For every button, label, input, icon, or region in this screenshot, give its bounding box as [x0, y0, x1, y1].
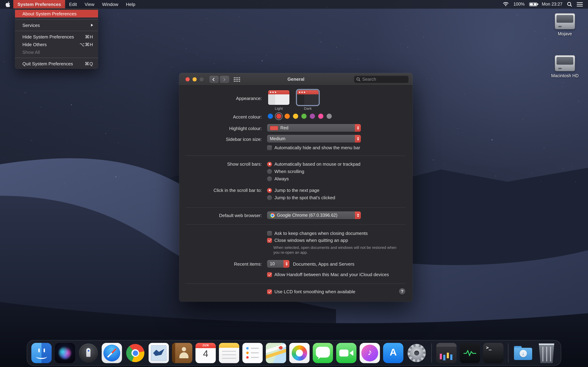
- dock-siri-icon[interactable]: [55, 343, 75, 363]
- menu-item-shortcut: ⌥⌘H: [79, 42, 93, 47]
- appearance-dark-label: Dark: [297, 106, 319, 110]
- submenu-arrow-icon: [91, 24, 93, 26]
- checkbox-control: [267, 289, 272, 294]
- search-input[interactable]: [362, 77, 406, 82]
- accent-color-yellow[interactable]: [293, 114, 298, 119]
- checkbox-ask-keep-changes[interactable]: Ask to keep changes when closing documen…: [267, 230, 368, 236]
- accent-color-green[interactable]: [301, 114, 307, 119]
- select-arrows-icon: [284, 260, 289, 268]
- default-browser-select[interactable]: Google Chrome (67.0.3396.62): [267, 211, 361, 219]
- preferences-window: General Appearance: Light Dark Accent co…: [179, 73, 413, 302]
- menu-help[interactable]: Help: [122, 0, 139, 8]
- divider: [186, 156, 406, 156]
- dock-facetime-icon[interactable]: [336, 343, 356, 363]
- dock-monitor-app-icon[interactable]: [460, 343, 480, 363]
- dock-messages-icon[interactable]: [313, 343, 333, 363]
- menu-view[interactable]: View: [81, 0, 98, 8]
- checkbox-label: Ask to keep changes when closing documen…: [274, 231, 368, 236]
- appearance-label: Appearance:: [179, 95, 262, 101]
- menu-item-label: Hide Others: [22, 42, 47, 47]
- dock-finder-icon[interactable]: [31, 343, 52, 363]
- battery-icon[interactable]: [529, 2, 537, 6]
- dock-maps-icon[interactable]: [266, 343, 286, 363]
- dock-terminal-icon[interactable]: >_: [483, 343, 503, 363]
- highlight-colour-label: Highlight colour:: [179, 125, 262, 131]
- appearance-option-dark[interactable]: [297, 90, 319, 105]
- menu-item-shortcut: ⌘H: [85, 34, 93, 39]
- select-arrows-icon: [355, 135, 361, 143]
- accent-color-pink[interactable]: [318, 114, 323, 119]
- recent-items-select[interactable]: 10: [267, 260, 289, 268]
- dock-launchpad-icon[interactable]: [78, 343, 98, 363]
- highlight-colour-select[interactable]: Red: [267, 124, 361, 132]
- menu-item-hide-app[interactable]: Hide System Preferences⌘H: [15, 33, 98, 41]
- notification-center-icon[interactable]: [577, 2, 583, 7]
- show-scroll-bars-label: Show scroll bars:: [179, 161, 262, 167]
- dock-safari-icon[interactable]: [102, 343, 122, 363]
- dock-photos-icon[interactable]: [289, 343, 310, 363]
- menu-system-preferences[interactable]: System Preferences: [13, 0, 65, 8]
- radio-scrollbars-always[interactable]: Always: [267, 176, 289, 182]
- dock: JUN4♪A>_↓: [27, 340, 561, 366]
- menu-window[interactable]: Window: [98, 0, 122, 8]
- checkbox-label: Automatically hide and show the menu bar: [274, 145, 360, 150]
- accent-color-red[interactable]: [276, 114, 281, 119]
- dock-chrome-icon[interactable]: [125, 343, 146, 363]
- radio-scrollbars-when-scrolling[interactable]: When scrolling: [267, 168, 304, 175]
- menu-item-hide-others[interactable]: Hide Others⌥⌘H: [15, 41, 98, 48]
- radio-label: When scrolling: [274, 169, 304, 174]
- radio-control: [267, 195, 272, 200]
- accent-color-graphite[interactable]: [327, 114, 332, 119]
- dock-downloads-icon[interactable]: ↓: [513, 343, 533, 363]
- close-windows-note: When selected, open documents and window…: [273, 245, 397, 255]
- menu-item-about[interactable]: About System Preferences: [15, 10, 98, 17]
- dock-system-preferences-icon[interactable]: [406, 343, 427, 363]
- dock-separator: [508, 344, 508, 362]
- checkbox-close-windows[interactable]: Close windows when quitting an app: [267, 237, 348, 243]
- radio-jump-next-page[interactable]: Jump to the next page: [267, 187, 319, 193]
- checkbox-hide-menu-bar[interactable]: Automatically hide and show the menu bar: [267, 145, 360, 151]
- apple-menu[interactable]: [3, 0, 13, 8]
- divider: [186, 224, 406, 225]
- radio-scrollbars-automatic[interactable]: Automatically based on mouse or trackpad: [267, 161, 360, 167]
- menu-bar: System Preferences Edit View Window Help…: [0, 0, 588, 8]
- apple-logo-icon: [5, 1, 11, 7]
- radio-label: Automatically based on mouse or trackpad: [274, 161, 360, 167]
- title-bar[interactable]: General: [179, 73, 413, 86]
- dock-app-store-icon[interactable]: A: [383, 343, 403, 363]
- menu-edit[interactable]: Edit: [65, 0, 81, 8]
- accent-color-blue[interactable]: [268, 114, 273, 119]
- menu-bar-clock[interactable]: Mon 23:27: [542, 2, 562, 7]
- menu-item-shortcut: ⌘Q: [85, 61, 93, 66]
- drive-label: Macintosh HD: [544, 73, 586, 78]
- dock-notes-icon[interactable]: [219, 343, 239, 363]
- appearance-option-light[interactable]: [268, 90, 289, 105]
- menu-item-label: Quit System Preferences: [22, 61, 73, 66]
- dock-trash-icon[interactable]: [536, 343, 557, 363]
- dock-mail-icon[interactable]: [148, 343, 169, 363]
- desktop-icon-macintosh-hd[interactable]: Macintosh HD: [544, 55, 586, 78]
- dock-reminders-icon[interactable]: [242, 343, 263, 363]
- radio-control: [267, 169, 272, 174]
- menu-item-services[interactable]: Services: [15, 21, 98, 29]
- menu-separator: [15, 19, 98, 20]
- checkbox-allow-handoff[interactable]: Allow Handoff between this Mac and your …: [267, 272, 389, 277]
- desktop-icon-mojave[interactable]: Mojave: [544, 13, 586, 36]
- dock-itunes-icon[interactable]: ♪: [360, 343, 380, 363]
- checkbox-label: Close windows when quitting an app: [274, 238, 348, 243]
- checkbox-control: [267, 238, 272, 243]
- dock-charts-app-icon[interactable]: [436, 343, 457, 363]
- select-value: 10: [270, 261, 275, 266]
- menu-item-quit[interactable]: Quit System Preferences⌘Q: [15, 60, 98, 67]
- accent-color-orange[interactable]: [285, 114, 290, 119]
- radio-jump-to-spot[interactable]: Jump to the spot that's clicked: [267, 195, 335, 201]
- dock-calendar-icon[interactable]: JUN4: [196, 343, 216, 363]
- search-field[interactable]: [354, 75, 409, 83]
- sidebar-icon-size-select[interactable]: Medium: [267, 135, 361, 143]
- help-button[interactable]: ?: [399, 288, 405, 295]
- accent-color-purple[interactable]: [310, 114, 315, 119]
- checkbox-lcd-smoothing[interactable]: Use LCD font smoothing when available: [267, 289, 355, 295]
- wifi-icon[interactable]: [503, 2, 509, 7]
- spotlight-search-icon[interactable]: [567, 1, 572, 7]
- dock-contacts-icon[interactable]: [172, 343, 192, 363]
